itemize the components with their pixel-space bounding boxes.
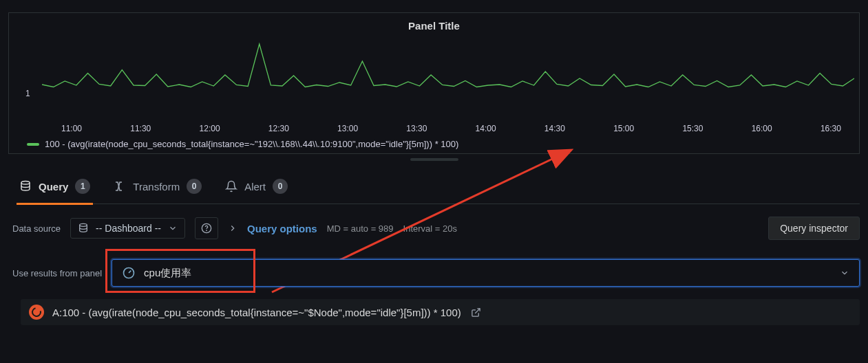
svg-point-3	[80, 223, 87, 226]
datasource-selected: -- Dashboard --	[96, 223, 161, 234]
x-axis-tick: 11:30	[130, 124, 151, 133]
tab-transform-count: 0	[187, 179, 202, 194]
chevron-right-icon[interactable]	[228, 223, 237, 233]
chevron-down-icon	[840, 268, 849, 278]
query-result-row: A:100 - (avg(irate(node_cpu_seconds_tota…	[21, 299, 860, 325]
x-axis-tick: 15:00	[613, 124, 634, 133]
chart-canvas[interactable]	[42, 37, 854, 106]
x-axis-tick: 13:00	[337, 124, 358, 133]
query-result-text: A:100 - (avg(irate(node_cpu_seconds_tota…	[52, 307, 461, 318]
datasource-label: Data source	[12, 223, 61, 234]
x-axis-tick: 14:00	[476, 124, 496, 133]
tabs-bar: Query 1 Transform 0 Alert 0	[19, 179, 860, 204]
query-ref-icon	[29, 305, 44, 320]
use-results-label: Use results from panel	[12, 268, 102, 278]
tab-query-count: 1	[75, 179, 90, 194]
legend-color-swatch	[27, 143, 39, 146]
svg-point-5	[207, 230, 207, 231]
chart-panel: Panel Title 1 11:0011:3012:0012:3013:001…	[8, 12, 860, 154]
x-axis-tick: 12:00	[200, 124, 220, 133]
datasource-help-button[interactable]	[195, 217, 218, 239]
use-results-select[interactable]: cpu使用率	[112, 259, 860, 287]
x-axis: 11:0011:3012:0012:3013:0013:3014:0014:30…	[61, 120, 841, 133]
gauge-icon	[122, 266, 136, 280]
x-axis-tick: 11:00	[61, 124, 82, 133]
transform-icon	[114, 180, 126, 192]
query-options-md: MD = auto = 989	[327, 223, 394, 234]
query-inspector-button[interactable]: Query inspector	[768, 217, 860, 240]
svg-line-7	[475, 308, 480, 313]
tab-alert-count: 0	[273, 179, 288, 194]
svg-point-2	[21, 182, 30, 185]
tab-alert-label: Alert	[244, 181, 266, 192]
chart-legend[interactable]: 100 - (avg(irate(node_cpu_seconds_total{…	[27, 139, 854, 149]
x-axis-tick: 14:30	[544, 124, 565, 133]
y-axis-tick: 1	[25, 89, 30, 98]
use-results-selected: cpu使用率	[144, 267, 191, 280]
bell-icon	[225, 180, 237, 192]
tab-transform[interactable]: Transform 0	[114, 179, 202, 198]
datasource-row: Data source -- Dashboard -- Query option…	[12, 217, 860, 240]
database-icon	[19, 180, 32, 192]
chevron-down-icon	[168, 223, 178, 233]
x-axis-tick: 16:00	[752, 124, 772, 133]
use-results-row: Use results from panel cpu使用率	[12, 259, 860, 287]
database-icon	[78, 223, 89, 234]
tab-query[interactable]: Query 1	[19, 179, 90, 198]
x-axis-tick: 12:30	[268, 124, 289, 133]
x-axis-tick: 16:30	[821, 124, 841, 133]
chart-area: 1	[14, 37, 854, 120]
tab-transform-label: Transform	[133, 181, 180, 192]
x-axis-tick: 15:30	[682, 124, 703, 133]
legend-label: 100 - (avg(irate(node_cpu_seconds_total{…	[45, 139, 458, 149]
tab-query-label: Query	[39, 181, 68, 192]
panel-title: Panel Title	[14, 20, 854, 32]
x-axis-tick: 13:30	[406, 124, 427, 133]
tab-alert[interactable]: Alert 0	[225, 179, 288, 198]
resize-handle[interactable]	[410, 158, 458, 161]
query-options-toggle[interactable]: Query options	[247, 223, 317, 234]
datasource-select[interactable]: -- Dashboard --	[70, 218, 185, 239]
external-link-icon[interactable]	[471, 307, 481, 318]
query-options-interval: Interval = 20s	[403, 223, 457, 234]
